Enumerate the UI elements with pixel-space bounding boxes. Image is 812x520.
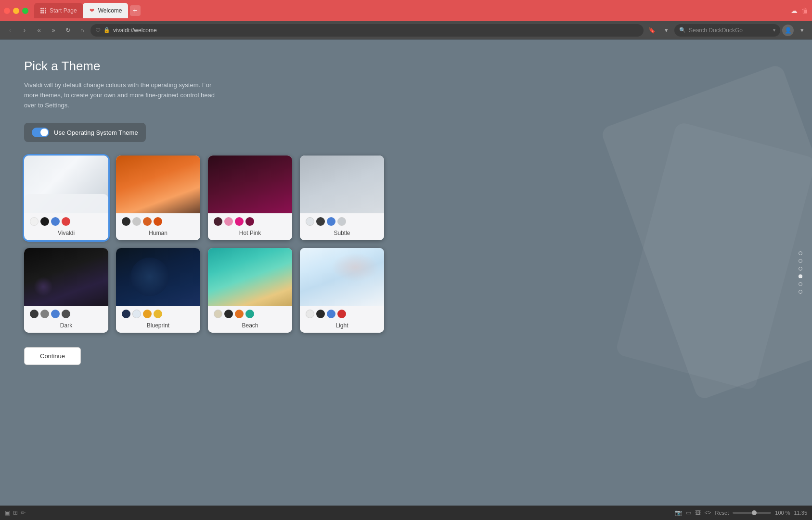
browser-window: Start Page ❤ Welcome + ☁ 🗑 ‹ › « »: [0, 0, 812, 520]
search-dropdown-icon: ▾: [773, 27, 775, 33]
screenshot-icon[interactable]: 📷: [675, 509, 682, 516]
color-dot: [51, 217, 60, 226]
dark-colors: [24, 306, 108, 321]
address-bar[interactable]: 🛡 🔒 vivaldi://welcome: [90, 24, 644, 37]
status-right: 📷 ▭ 🖼 <> Reset 100 % 11:35: [675, 509, 808, 516]
forward-button[interactable]: ›: [18, 24, 31, 37]
bg-shape-1: [600, 64, 812, 401]
add-tab-button[interactable]: +: [130, 5, 141, 16]
color-dot: [316, 310, 325, 318]
theme-card-dark[interactable]: Dark: [24, 248, 108, 333]
pagination-dot-6[interactable]: [799, 290, 802, 294]
back-button[interactable]: ‹: [4, 24, 16, 37]
window-icon[interactable]: ▭: [686, 509, 691, 516]
pagination-dot-4[interactable]: [799, 274, 802, 278]
close-button[interactable]: [4, 8, 10, 14]
minimize-button[interactable]: [13, 8, 19, 14]
pagination-dot-1[interactable]: [799, 251, 802, 255]
fast-forward-button[interactable]: »: [47, 24, 60, 37]
zoom-slider[interactable]: [733, 512, 771, 514]
color-dot: [214, 310, 222, 318]
pagination-dot-3[interactable]: [799, 267, 802, 271]
color-dot: [40, 310, 49, 318]
profile-icon-symbol: 👤: [785, 27, 792, 34]
page-description: Vivaldi will by default change colours w…: [24, 80, 226, 110]
maximize-button[interactable]: [22, 8, 28, 14]
beach-colors: [208, 306, 292, 321]
traffic-lights: [4, 8, 28, 14]
bookmark-button[interactable]: 🔖: [645, 24, 658, 37]
rewind-button[interactable]: «: [33, 24, 45, 37]
menu-button[interactable]: ▾: [796, 24, 808, 37]
pagination-dot-5[interactable]: [799, 282, 802, 286]
theme-card-subtle[interactable]: Subtle: [300, 156, 384, 240]
theme-card-light[interactable]: Light: [300, 248, 384, 333]
tab-tiling-icon[interactable]: ⊞: [13, 509, 18, 516]
human-theme-name: Human: [116, 229, 200, 240]
image-icon[interactable]: 🖼: [695, 509, 701, 516]
blueprint-theme-name: Blueprint: [116, 321, 200, 333]
toggle-label: Use Operating System Theme: [54, 129, 138, 136]
pagination-dot-2[interactable]: [799, 259, 802, 263]
grid-icon: [40, 7, 47, 14]
tab-start-page-label: Start Page: [50, 7, 77, 14]
hotpink-theme-name: Hot Pink: [208, 229, 292, 240]
shield-icon: 🛡: [95, 27, 101, 33]
bookmark-icon: 🔖: [648, 27, 656, 34]
title-bar: Start Page ❤ Welcome + ☁ 🗑: [0, 0, 812, 21]
search-icon: 🔍: [679, 27, 686, 33]
color-dot: [51, 310, 60, 318]
panel-toggle-icon[interactable]: ▣: [5, 509, 10, 516]
vivaldi-tab-icon: ❤: [89, 7, 95, 14]
trash-icon[interactable]: 🗑: [801, 7, 808, 14]
toggle-switch[interactable]: [32, 128, 49, 137]
theme-grid: Vivaldi Human: [24, 156, 409, 333]
color-dot: [235, 310, 244, 318]
human-preview: [116, 156, 200, 213]
search-placeholder: Search DuckDuckGo: [689, 27, 743, 34]
home-button[interactable]: ⌂: [76, 24, 89, 37]
human-colors: [116, 213, 200, 229]
cloud-icon[interactable]: ☁: [791, 7, 798, 14]
theme-card-hot-pink[interactable]: Hot Pink: [208, 156, 292, 240]
color-dot: [40, 217, 49, 226]
color-dot: [214, 217, 222, 226]
chevron-down-icon: ▾: [665, 26, 668, 34]
color-dot: [316, 217, 325, 226]
subtle-preview: [300, 156, 384, 213]
color-dot: [154, 217, 162, 226]
theme-card-vivaldi[interactable]: Vivaldi: [24, 156, 108, 240]
bookmark-dropdown-button[interactable]: ▾: [660, 24, 672, 37]
search-bar[interactable]: 🔍 Search DuckDuckGo ▾: [674, 24, 780, 37]
zoom-level: 100 %: [775, 510, 790, 516]
subtle-theme-name: Subtle: [300, 229, 384, 240]
light-colors: [300, 306, 384, 321]
theme-card-blueprint[interactable]: Blueprint: [116, 248, 200, 333]
theme-card-human[interactable]: Human: [116, 156, 200, 240]
color-dot: [132, 310, 141, 318]
nav-right: 👤 ▾: [782, 24, 808, 37]
tab-start-page[interactable]: Start Page: [34, 3, 83, 18]
continue-button[interactable]: Continue: [24, 347, 81, 365]
content-area: Pick a Theme Vivaldi will by default cha…: [0, 39, 812, 506]
tab-welcome-label: Welcome: [98, 7, 122, 14]
profile-avatar[interactable]: 👤: [782, 25, 794, 36]
brush-icon[interactable]: ✏: [21, 509, 26, 516]
theme-card-beach[interactable]: Beach: [208, 248, 292, 333]
page-title: Pick a Theme: [24, 59, 409, 74]
reload-button[interactable]: ↻: [62, 24, 74, 37]
vivaldi-theme-name: Vivaldi: [24, 229, 108, 240]
os-theme-toggle[interactable]: Use Operating System Theme: [24, 123, 146, 142]
back-icon: ‹: [9, 26, 11, 34]
color-dot: [143, 310, 152, 318]
color-dot: [327, 310, 335, 318]
tab-welcome[interactable]: ❤ Welcome: [83, 3, 128, 18]
color-dot: [337, 310, 346, 318]
reset-label[interactable]: Reset: [715, 510, 729, 516]
color-dot: [122, 217, 130, 226]
status-left: ▣ ⊞ ✏: [5, 509, 26, 516]
color-dot: [306, 310, 314, 318]
code-icon[interactable]: <>: [705, 509, 711, 516]
blueprint-colors: [116, 306, 200, 321]
home-icon: ⌂: [80, 26, 84, 34]
